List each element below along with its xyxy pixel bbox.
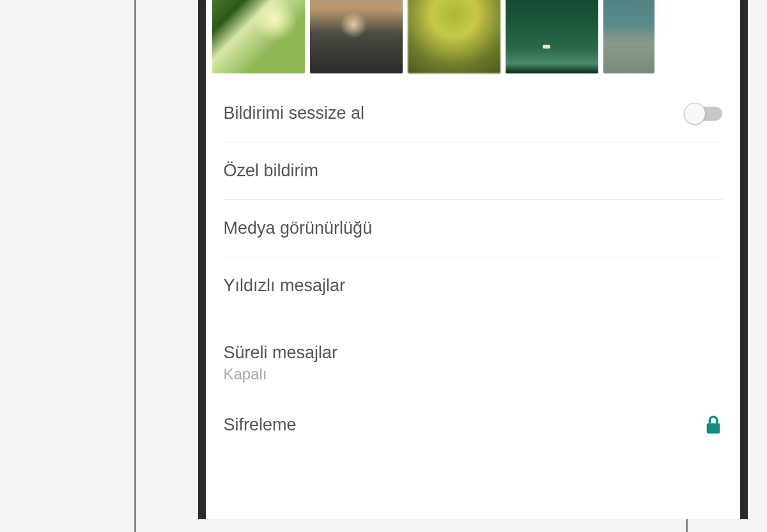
media-thumbnail[interactable] xyxy=(212,0,305,73)
disappearing-messages-row[interactable]: Süreli mesajlar Kapalı xyxy=(224,324,722,402)
media-visibility-row[interactable]: Medya görünürlüğü xyxy=(224,200,722,257)
encryption-label: Sifreleme xyxy=(224,415,297,435)
media-thumbnail[interactable] xyxy=(408,0,500,73)
encryption-row[interactable]: Sifreleme xyxy=(206,402,740,435)
settings-list: Bildirimi sessize al Özel bildirim Medya… xyxy=(206,85,740,402)
mute-notifications-label: Bildirimi sessize al xyxy=(224,103,365,123)
media-thumbnail[interactable] xyxy=(506,0,598,73)
disappearing-messages-label: Süreli mesajlar xyxy=(224,343,338,363)
starred-messages-label: Yıldızlı mesajlar xyxy=(224,276,346,296)
mute-notifications-row[interactable]: Bildirimi sessize al xyxy=(224,85,722,142)
media-thumbnail[interactable] xyxy=(310,0,403,73)
custom-notifications-row[interactable]: Özel bildirim xyxy=(224,142,722,200)
toggle-knob xyxy=(684,103,706,125)
mute-notifications-toggle[interactable] xyxy=(686,107,722,121)
contact-info-screen: Bildirimi sessize al Özel bildirim Medya… xyxy=(206,0,740,519)
disappearing-messages-value: Kapalı xyxy=(224,365,338,383)
media-visibility-label: Medya görünürlüğü xyxy=(224,218,373,238)
svg-rect-0 xyxy=(706,423,720,434)
starred-messages-row[interactable]: Yıldızlı mesajlar xyxy=(224,257,722,314)
custom-notifications-label: Özel bildirim xyxy=(224,161,319,181)
media-thumbnails-row xyxy=(206,0,740,85)
lock-icon xyxy=(704,414,722,435)
media-thumbnail[interactable] xyxy=(603,0,655,73)
